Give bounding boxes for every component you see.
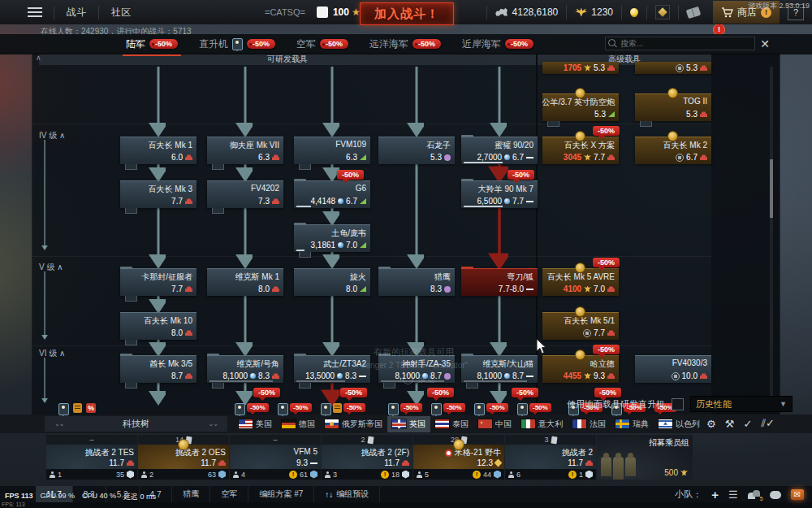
vehicle-card[interactable]: 武士/ZT3A2 13,50008.3 [294,355,370,383]
vehicle-card[interactable]: 百夫长 Mk 10 8.0 [120,312,197,340]
vehicle-card[interactable]: 维克斯/号角 8,10008.3 [207,355,283,383]
nation-israel[interactable]: -50% 以色列 [654,416,705,432]
golden-eagles-counter[interactable]: 1230 [566,5,621,20]
vehicle-card[interactable]: 维克斯/大山猫 8,10008.7 [461,355,538,383]
vehicle-card-selected[interactable]: 弯刀/狐 7.7-8.0 [461,268,538,296]
crew-slot[interactable]: – VFM 5 9.3 4!61 [230,435,321,480]
group-expand-button[interactable] [125,208,137,214]
nation-germany[interactable]: -50% 德国 [277,416,320,432]
check-icon[interactable]: ✓ [743,418,752,430]
rank-label-4[interactable]: IV 级 ∧ [39,130,65,141]
research-hint-icon[interactable] [58,403,69,415]
double-check-icon[interactable]: ⫽✓ [761,417,775,430]
group-expand-button[interactable] [212,383,224,389]
rank-label-5[interactable]: V 级 ∧ [39,262,63,273]
tab-coastal-fleet[interactable]: 近岸海军 -50% [462,37,533,51]
premium-slot-button[interactable] [646,5,678,20]
preset-tab[interactable]: 猎鹰 [172,486,210,502]
premium-vehicle-card[interactable]: 百夫长 X 方案 30457.7 [542,137,619,164]
nation-china[interactable]: -50% 中国 [473,416,516,432]
vehicle-card[interactable]: 猎鹰 8.3 [378,268,455,296]
vehicle-card[interactable]: 酋长 Mk 3/5 8.7 [120,355,197,383]
vehicle-card[interactable]: 百夫长 Mk 3 7.7 [120,180,197,208]
vehicle-card[interactable]: G6 4,41486.7 [294,180,370,208]
scrollbar-thumb[interactable] [770,159,773,218]
collapse-chevron-icon[interactable]: ∧ [36,54,41,62]
vehicle-card[interactable]: 神射手/ZA-35 8,10008.7 [378,355,455,383]
group-expand-button[interactable] [212,164,224,170]
group-expand-button[interactable] [125,383,137,389]
premium-vehicle-card[interactable]: 5.3 [635,62,711,74]
search-input[interactable] [605,37,755,50]
premium-vehicle-card[interactable]: 哈立德 44559.3 [542,355,619,383]
group-expand-button[interactable] [383,383,395,389]
group-expand-button[interactable] [547,121,559,127]
recruit-crew-slot[interactable]: 招募乘员组 500 [597,435,693,480]
group-expand-button[interactable] [125,296,137,302]
premium-vehicle-card[interactable]: 百夫长 Mk 5/1 7.7 [542,312,619,340]
nation-sweden[interactable]: -50% 瑞典 [611,416,654,432]
group-expand-button[interactable] [299,383,311,389]
modifications-wrench-icon[interactable]: ⚒ [725,418,735,430]
premium-vehicle-card[interactable]: FV4030/3 10.0 [635,355,711,383]
tab-bluewater-fleet[interactable]: 远洋海军 -50% [369,37,441,51]
scrollbar-track[interactable] [770,67,773,411]
discount-percent-icon[interactable]: % [86,403,96,413]
contacts-icon[interactable]: 5 [748,490,760,499]
vehicle-card[interactable]: 蜜獾 90/20 2,70006.7 [461,137,538,164]
join-battle-button[interactable]: 加入战斗！ [360,2,454,25]
add-squad-member-button[interactable]: + [711,488,719,501]
coupon-button[interactable] [678,5,708,20]
premium-vehicle-card[interactable]: 17055.3 [542,62,619,74]
nation-britain[interactable]: -50% 英国 [387,416,430,432]
group-expand-button[interactable] [212,208,224,214]
vehicle-card[interactable]: 御夫座 Mk VII 6.3 [207,137,283,164]
crew-slot[interactable]: 3 挑战者 2 11.7 6!1 [505,435,596,480]
tab-army[interactable]: 陆军 -50% [126,37,178,51]
vehicle-card[interactable]: FV4202 7.3 [207,180,283,208]
clan-tag[interactable]: =CATSQ= [265,7,305,17]
nation-russia[interactable]: -50% 俄罗斯帝国 [320,416,387,432]
hamburger-menu-icon[interactable] [28,7,42,17]
research-bulb-button[interactable] [621,5,646,20]
performance-mode-dropdown[interactable]: 历史性能 ▼ [690,396,793,412]
group-expand-button[interactable] [640,121,652,127]
premium-vehicle-card[interactable]: 公羊/3.7 英寸防空炮 5.3 [542,93,619,121]
vehicle-card[interactable]: 土龟/庞韦 3,18617.0 [294,224,370,252]
crew-slot[interactable]: 2 挑战者 2 (2F) 11.7 3!18 [322,435,412,480]
vehicle-card[interactable]: 大羚羊 90 Mk 7 6,50007.7 [461,180,538,208]
vehicle-card[interactable]: 石龙子 5.3 [378,137,455,164]
tech-tree-collapse-button[interactable]: ⌄⌄ 科技树 ⌄⌄ [45,416,227,432]
vehicle-card[interactable]: 维克斯 Mk 1 8.0 [207,268,283,296]
nation-usa[interactable]: -50% 美国 [234,416,277,432]
preset-settings-tab[interactable]: ↑↓编组预设 [314,486,380,502]
chat-icon[interactable] [770,491,781,499]
tab-helicopters[interactable]: 直升机 -50% [199,37,275,51]
crew-slot-premium[interactable]: 14 挑战者 2 OES 11.7 263 [138,435,229,480]
group-expand-button[interactable] [299,252,311,258]
menu-community[interactable]: 社区 [98,6,143,20]
mail-icon[interactable]: ✉ [791,489,804,500]
preset-tab[interactable]: 编组方案 #7 [248,486,314,502]
nation-thailand[interactable]: -50% 泰国 [430,416,473,432]
settings-gear-icon[interactable]: ⚙ [706,418,716,430]
nation-france[interactable]: -50% 法国 [568,416,611,432]
premium-vehicle-card[interactable]: 百夫长 Mk 2 6.7 [635,137,711,164]
heli-research-checkbox[interactable] [672,398,684,410]
silver-lions-counter[interactable]: 4128,6180 [486,5,567,20]
nation-italy[interactable]: -50% 意大利 [516,416,568,432]
vehicle-card[interactable]: 旋火 8.0 [294,268,370,296]
list-icon[interactable]: ☰ [728,488,738,501]
crew-slot[interactable]: – 挑战者 2 TES 11.7 135 [46,435,137,480]
group-expand-button[interactable] [125,340,137,345]
tab-aviation[interactable]: 空军 -50% [296,37,348,51]
tasks-list-icon[interactable] [73,403,82,413]
group-expand-button[interactable] [125,164,137,170]
premium-vehicle-card[interactable]: 百夫长 Mk 5 AVRE 41007.0 [542,268,619,296]
vehicle-card[interactable]: 百夫长 Mk 1 6.0 [120,137,197,164]
group-expand-button[interactable] [466,383,478,389]
vehicle-card[interactable]: 卡那封/征服者 7.7 [120,268,197,296]
rank-label-6[interactable]: VI 级 ∧ [39,348,65,359]
vehicle-card[interactable]: FVM109 6.3 [294,137,370,164]
crew-slot-premium[interactable]: 28 米格-21 野牛 12.3 5!44 [413,435,504,480]
